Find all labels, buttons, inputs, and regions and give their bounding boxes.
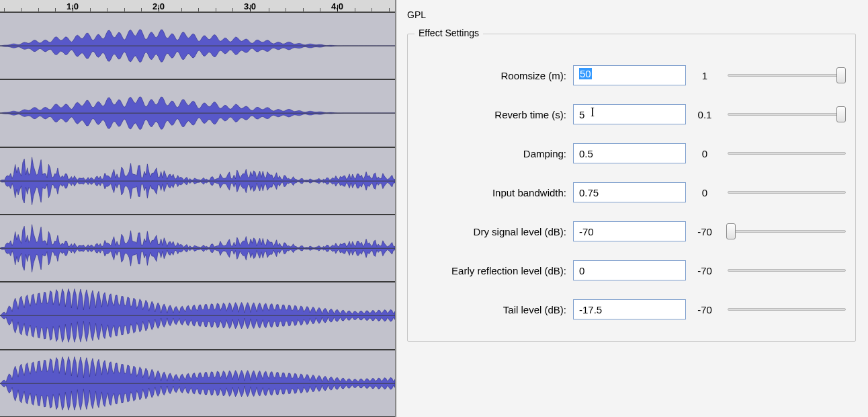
param-min-label: -70 [686, 304, 724, 315]
param-input[interactable] [573, 299, 686, 319]
param-input[interactable] [573, 65, 686, 85]
param-min-label: 0 [686, 148, 724, 159]
param-row: Reverb time (s):I0.1 [417, 95, 846, 134]
audio-track[interactable] [0, 215, 395, 282]
effect-settings-group: Effect Settings Roomsize (m):501Reverb t… [407, 34, 856, 342]
param-slider[interactable] [728, 222, 846, 241]
param-min-label: -70 [686, 226, 724, 237]
timeline-ruler[interactable]: 1.02.03.04.0 [0, 0, 395, 12]
param-min-label: -70 [686, 265, 724, 276]
param-slider[interactable] [728, 183, 846, 202]
param-row: Tail level (dB):-70 [417, 290, 846, 329]
param-row: Input bandwidth:0 [417, 173, 846, 212]
param-row: Early reflection level (dB):-70 [417, 251, 846, 290]
audio-track[interactable] [0, 79, 395, 147]
track-container [0, 12, 395, 417]
param-input[interactable] [573, 260, 686, 280]
param-label: Reverb time (s): [417, 109, 573, 120]
param-row: Dry signal level (dB):-70 [417, 212, 846, 251]
license-label: GPL [407, 9, 856, 20]
param-row: Damping:0 [417, 134, 846, 173]
param-input[interactable] [573, 104, 686, 124]
slider-thumb[interactable] [726, 223, 736, 239]
param-slider[interactable] [728, 261, 846, 280]
audio-track[interactable] [0, 147, 395, 215]
param-min-label: 1 [686, 70, 724, 81]
param-slider[interactable] [728, 300, 846, 319]
audio-track[interactable] [0, 12, 395, 79]
effect-settings-legend: Effect Settings [415, 28, 483, 38]
slider-thumb[interactable] [836, 67, 846, 83]
param-label: Tail level (dB): [417, 304, 573, 315]
param-slider[interactable] [728, 66, 846, 85]
param-input[interactable] [573, 143, 686, 163]
audio-track[interactable] [0, 350, 395, 417]
param-min-label: 0.1 [686, 109, 724, 120]
param-slider[interactable] [728, 105, 846, 124]
param-label: Input bandwidth: [417, 187, 573, 198]
param-label: Early reflection level (dB): [417, 265, 573, 276]
slider-thumb[interactable] [836, 106, 846, 122]
param-label: Roomsize (m): [417, 70, 573, 81]
param-input[interactable] [573, 221, 686, 241]
param-slider[interactable] [728, 144, 846, 163]
param-row: Roomsize (m):501 [417, 56, 846, 95]
param-min-label: 0 [686, 187, 724, 198]
param-input[interactable] [573, 182, 686, 202]
waveform-panel: 1.02.03.04.0 [0, 0, 396, 417]
effect-dialog: GPL Effect Settings Roomsize (m):501Reve… [396, 0, 868, 417]
param-label: Dry signal level (dB): [417, 226, 573, 237]
param-label: Damping: [417, 148, 573, 159]
audio-track[interactable] [0, 282, 395, 349]
